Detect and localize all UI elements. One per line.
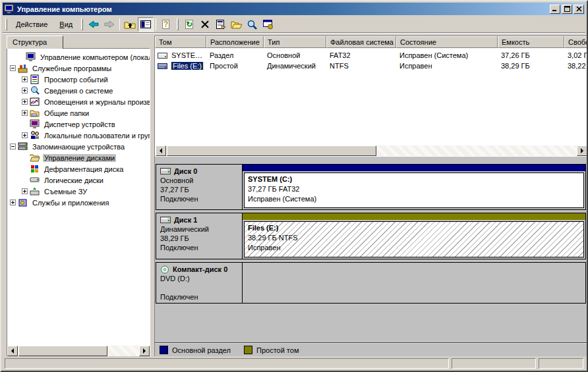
column-header-status[interactable]: Состояние xyxy=(396,36,498,48)
primary-partition-swatch xyxy=(160,346,168,354)
tree-item-logical-drives[interactable]: Логические диски xyxy=(9,174,150,186)
disk-0-header[interactable]: Диск 0 Основной 37,27 ГБ Подключен xyxy=(156,165,243,209)
scrollbar-thumb[interactable] xyxy=(18,346,107,356)
column-header-free[interactable]: Свободно xyxy=(564,36,587,48)
selected-tree-label: Управление дисками xyxy=(43,154,116,162)
forward-button[interactable] xyxy=(102,17,117,32)
services-icon xyxy=(18,198,28,207)
collapse-icon[interactable] xyxy=(10,65,16,71)
simple-volume-bar xyxy=(243,213,585,220)
band-grip[interactable] xyxy=(5,18,7,30)
cell-capacity: 38,29 ГБ xyxy=(498,62,563,70)
collapse-icon[interactable] xyxy=(10,144,16,149)
cell-status: Исправен (Система) xyxy=(396,51,496,59)
scroll-right-button[interactable] xyxy=(577,146,587,156)
tree-item-services-applications[interactable]: Службы и приложения xyxy=(9,197,150,208)
column-header-type[interactable]: Тип xyxy=(264,36,326,48)
delete-button[interactable] xyxy=(197,17,213,32)
cdrom-0-row: Компакт-диск 0 DVD (D:) Подключен xyxy=(156,262,586,304)
band-grip[interactable] xyxy=(177,18,179,30)
title-bar[interactable]: Управление компьютером xyxy=(3,3,585,15)
disk-1-header[interactable]: Диск 1 Динамический 38,29 ГБ Подключен xyxy=(156,213,243,259)
tree-item-local-users-groups[interactable]: Локальные пользователи и группы xyxy=(9,130,150,141)
legend-simple-label: Простой том xyxy=(256,346,299,354)
scroll-left-button[interactable] xyxy=(7,346,18,356)
volume-row-files[interactable]: Files (E:) Простой Динамический NTFS Исп… xyxy=(155,61,587,71)
find-button[interactable] xyxy=(245,17,260,32)
column-header-layout[interactable]: Расположение xyxy=(206,36,264,48)
properties-button[interactable] xyxy=(213,17,229,32)
scroll-right-button[interactable] xyxy=(139,346,150,356)
tree-horizontal-scrollbar[interactable] xyxy=(7,346,150,356)
disk-graphical-view: Диск 0 Основной 37,27 ГБ Подключен SYSTE… xyxy=(154,157,587,342)
toolbar-separator xyxy=(156,18,156,30)
expand-icon[interactable] xyxy=(22,76,28,82)
tree-item-performance-logs[interactable]: Оповещения и журналы производительности xyxy=(9,96,150,107)
tree-item-event-viewer[interactable]: Просмотр событий xyxy=(9,74,150,85)
properties-icon xyxy=(215,19,227,30)
show-console-tree-toggle[interactable] xyxy=(138,17,154,32)
maximize-button[interactable] xyxy=(562,5,572,14)
volume-info-box[interactable]: SYSTEM (C:) 37,27 ГБ FAT32 Исправен (Сис… xyxy=(244,173,584,208)
expand-icon[interactable] xyxy=(10,199,16,205)
console-window-button[interactable] xyxy=(260,17,276,32)
volume-row-system[interactable]: SYSTEM (C:) Раздел Основной FAT32 Исправ… xyxy=(155,50,587,61)
volume-info-box-selected[interactable]: Files (E:) 38,29 ГБ NTFS Исправен xyxy=(244,221,584,257)
menu-action[interactable]: Действие xyxy=(10,18,53,30)
console-tree-icon xyxy=(140,19,152,30)
tab-structure[interactable]: Структура xyxy=(7,36,63,49)
column-header-volume[interactable]: Том xyxy=(155,36,206,48)
open-button[interactable] xyxy=(229,17,245,32)
expand-icon[interactable] xyxy=(22,188,28,194)
band-grip[interactable] xyxy=(81,18,83,30)
scrollbar-thumb[interactable] xyxy=(167,146,376,156)
console-tree: Управление компьютером (локальным) Служе… xyxy=(7,48,150,357)
refresh-button[interactable]: ↻ xyxy=(181,17,197,32)
menu-view[interactable]: Вид xyxy=(53,18,78,30)
disk-status: Подключен xyxy=(160,243,242,252)
minimize-button[interactable] xyxy=(550,5,560,14)
list-horizontal-scrollbar[interactable] xyxy=(156,146,587,156)
tree-item-computer-management[interactable]: Управление компьютером (локальным) xyxy=(9,51,150,63)
magnifier-icon xyxy=(247,19,258,30)
tree-item-storage[interactable]: Запоминающие устройства xyxy=(9,141,150,152)
expand-icon[interactable] xyxy=(22,110,28,116)
device-manager-icon xyxy=(30,119,40,129)
help-button[interactable]: ? xyxy=(158,17,174,32)
cell-status: Исправен xyxy=(396,62,496,70)
tree-item-system-tools[interactable]: Служебные программы xyxy=(9,63,150,74)
expand-icon[interactable] xyxy=(22,88,28,93)
refresh-icon: ↻ xyxy=(183,19,195,30)
tree-item-device-manager[interactable]: Диспетчер устройств xyxy=(9,119,150,130)
status-panel xyxy=(539,358,583,369)
expand-icon[interactable] xyxy=(22,132,28,138)
expand-icon[interactable] xyxy=(22,99,28,105)
close-button[interactable] xyxy=(573,5,584,14)
disk-size: 37,27 ГБ xyxy=(160,185,242,194)
tree-item-system-information[interactable]: Сведения о системе xyxy=(9,85,150,96)
tree-item-removable-storage[interactable]: Съемные ЗУ xyxy=(9,186,150,197)
tree-item-disk-defragmenter[interactable]: Дефрагментация диска xyxy=(9,163,150,174)
drive-icon xyxy=(158,51,168,59)
column-header-capacity[interactable]: Емкость xyxy=(498,36,564,48)
disk-1-volume[interactable]: Files (E:) 38,29 ГБ NTFS Исправен xyxy=(243,213,585,259)
cell-type: Основной xyxy=(264,51,325,59)
cdrom-status: Подключен xyxy=(160,292,242,302)
disk-0-row: Диск 0 Основной 37,27 ГБ Подключен SYSTE… xyxy=(156,164,586,210)
cdrom-0-header[interactable]: Компакт-диск 0 DVD (D:) Подключен xyxy=(156,263,243,303)
cell-free: 38,22 ГБ xyxy=(564,62,587,70)
volume-name: Files (E:) xyxy=(248,223,583,233)
open-folder-icon xyxy=(231,19,243,30)
back-button[interactable] xyxy=(86,17,102,32)
up-one-level-button[interactable] xyxy=(122,17,138,32)
computer-icon xyxy=(26,52,36,62)
cdrom-0-media-area[interactable] xyxy=(243,263,585,303)
column-header-filesystem[interactable]: Файловая система xyxy=(326,36,396,48)
local-users-icon xyxy=(30,130,40,140)
scroll-left-button[interactable] xyxy=(156,146,166,156)
cell-layout: Простой xyxy=(206,62,262,70)
tree-item-shared-folders[interactable]: Общие папки xyxy=(9,107,150,119)
disk-0-volume[interactable]: SYSTEM (C:) 37,27 ГБ FAT32 Исправен (Сис… xyxy=(243,165,585,209)
logical-drives-icon xyxy=(30,175,40,185)
tree-item-disk-management[interactable]: Управление дисками xyxy=(9,152,150,163)
